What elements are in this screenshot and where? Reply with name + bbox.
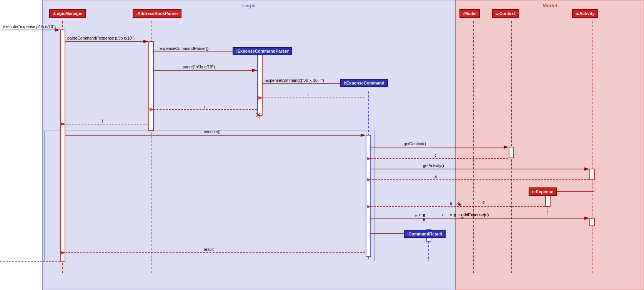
lifeline-logicmanager: :LogicManager: [49, 9, 86, 18]
lifeline-expensecommandparser: :ExpenseCommandParser: [233, 47, 292, 55]
svg-rect-14: [149, 41, 153, 131]
label-e-ret2: e: [423, 217, 425, 222]
label-result: result: [204, 247, 214, 252]
label-getactivity: getActivity(): [423, 163, 444, 168]
label-return-i-1: i: [308, 93, 308, 97]
svg-rect-13: [60, 30, 65, 261]
label-e-show4: e: [450, 212, 452, 217]
svg-rect-17: [509, 147, 514, 158]
sequence-diagram: Logic Model: [0, 0, 644, 290]
label-expensecommandparser-create: ExpenseCommandParser(): [160, 46, 208, 51]
label-e-show3: e: [483, 200, 485, 204]
label-execute-call: execute("expense p/Jo e/10"): [3, 24, 56, 29]
label-parsecommand: parseCommand("expense p/Jo e/10"): [67, 36, 135, 40]
label-a-return: a: [434, 174, 437, 179]
label-e-real: e: [423, 213, 425, 217]
label-execute: execute(): [204, 129, 221, 134]
lifeline-expense: e:Expense: [529, 187, 557, 196]
label-e-pos: e: [442, 212, 444, 217]
lifeline-addressbookparser: :AddressBookParser: [133, 9, 181, 18]
svg-rect-16: [366, 135, 371, 257]
lifeline-commandresult: :CommandResult: [404, 230, 446, 238]
addexpense-label: addExpense(e): [461, 212, 489, 217]
label-parse: parse("p/Jo e/10"): [183, 65, 215, 69]
label-expensecommand-create: ExpenseCommand({"Jo"}, 10, ""): [265, 78, 324, 83]
label-return-i-3: i: [102, 119, 103, 123]
label-c-return: c: [434, 153, 436, 157]
label-getcontext: getContext(): [404, 141, 426, 146]
lifeline-context: c:Context: [492, 9, 519, 18]
lifeline-expensecommand: i:ExpenseCommand: [340, 79, 388, 87]
label-e-display: e: [450, 201, 452, 205]
label-e-disp: e: [454, 213, 456, 217]
destruction-x-ecp: ✕: [255, 111, 261, 119]
label-return-i-2: i: [204, 104, 205, 109]
arrows-svg: [0, 0, 644, 290]
lifeline-model: :Model: [459, 9, 480, 18]
svg-rect-18: [590, 169, 594, 180]
lifeline-activity: a:Activity: [572, 9, 598, 18]
svg-rect-20: [590, 218, 594, 226]
label-e-correct2: e: [459, 202, 461, 207]
svg-rect-15: [258, 52, 262, 115]
label-e-main: e: [415, 213, 418, 218]
label-e-arrow: e: [419, 212, 421, 217]
